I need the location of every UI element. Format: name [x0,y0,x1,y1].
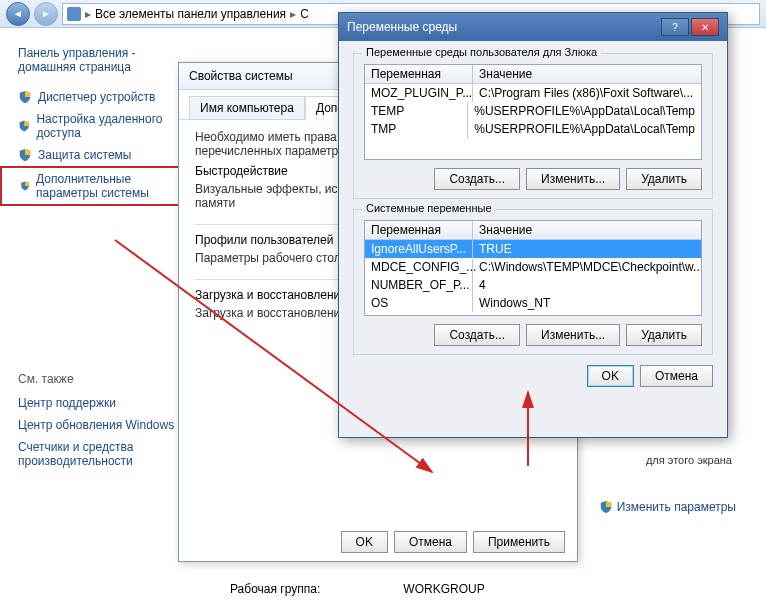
workgroup-value: WORKGROUP [403,582,484,596]
user-create-button[interactable]: Создать... [434,168,520,190]
breadcrumb-sep-icon: ▸ [290,7,296,21]
resolution-hint: для этого экрана [646,454,732,466]
close-button[interactable]: ✕ [691,18,719,36]
workgroup-label: Рабочая группа: [230,582,400,596]
link-perf-tools[interactable]: Счетчики и средства производительности [0,436,208,472]
env-body: Переменные среды пользователя для Злюка … [339,41,727,399]
cancel-button[interactable]: Отмена [394,531,467,553]
table-row[interactable]: MOZ_PLUGIN_P...C:\Program Files (x86)\Fo… [365,84,701,102]
user-delete-button[interactable]: Удалить [626,168,702,190]
col-value[interactable]: Значение [473,221,701,239]
sidebar-item-label: Защита системы [38,148,131,162]
shield-icon [18,90,32,104]
system-variables-table[interactable]: Переменная Значение IgnoreAllUsersP...TR… [364,220,702,316]
change-params-label: Изменить параметры [617,500,736,514]
cell-variable: OS [365,294,473,312]
env-ok-button[interactable]: OK [587,365,634,387]
table-row[interactable]: OSWindows_NT [365,294,701,312]
col-value[interactable]: Значение [473,65,701,83]
window-buttons: ? ✕ [661,18,719,36]
ok-button[interactable]: OK [341,531,388,553]
environment-variables-dialog: Переменные среды ? ✕ Переменные среды по… [338,12,728,438]
env-titlebar: Переменные среды ? ✕ [339,13,727,41]
sidebar-item-label: Диспетчер устройств [38,90,155,104]
table-row[interactable]: IgnoreAllUsersP...TRUE [365,240,701,258]
table-row[interactable]: NUMBER_OF_P...4 [365,276,701,294]
env-title: Переменные среды [347,20,661,34]
shield-icon [599,500,613,514]
cell-variable: IgnoreAllUsersP... [365,240,473,258]
nav-forward-button[interactable]: ► [34,2,58,26]
user-edit-button[interactable]: Изменить... [526,168,620,190]
table-header: Переменная Значение [365,65,701,84]
cell-variable: TMP [365,120,468,138]
cell-value: C:\Program Files (x86)\Foxit Software\..… [473,84,701,102]
breadcrumb-next: С [300,7,309,21]
dialog-footer: OK Отмена Применить [341,531,565,553]
cell-variable: MDCE_CONFIG_... [365,258,473,276]
sidebar-title[interactable]: Панель управления - домашняя страница [0,38,208,86]
cell-variable: TEMP [365,102,468,120]
help-button[interactable]: ? [661,18,689,36]
link-windows-update[interactable]: Центр обновления Windows [0,414,208,436]
col-variable[interactable]: Переменная [365,65,473,83]
cell-value: %USERPROFILE%\AppData\Local\Temp [468,102,701,120]
cell-value: Windows_NT [473,294,701,312]
sidebar-item-device-manager[interactable]: Диспетчер устройств [0,86,208,108]
breadcrumb-text: Все элементы панели управления [95,7,286,21]
system-variables-group: Системные переменные Переменная Значение… [353,209,713,355]
sys-edit-button[interactable]: Изменить... [526,324,620,346]
control-panel-icon [67,7,81,21]
shield-icon [18,119,30,133]
table-row[interactable]: TMP%USERPROFILE%\AppData\Local\Temp [365,120,701,138]
shield-icon [18,148,32,162]
table-row[interactable]: TEMP%USERPROFILE%\AppData\Local\Temp [365,102,701,120]
apply-button[interactable]: Применить [473,531,565,553]
shield-icon [20,179,30,193]
sidebar-item-protection[interactable]: Защита системы [0,144,208,166]
sys-create-button[interactable]: Создать... [434,324,520,346]
cell-value: %USERPROFILE%\AppData\Local\Temp [468,120,701,138]
cell-value: TRUE [473,240,701,258]
nav-back-button[interactable]: ◄ [6,2,30,26]
sys-group-title: Системные переменные [362,202,496,214]
sys-delete-button[interactable]: Удалить [626,324,702,346]
cell-value: 4 [473,276,701,294]
sidebar-item-advanced-system[interactable]: Дополнительные параметры системы [0,166,208,206]
cell-variable: MOZ_PLUGIN_P... [365,84,473,102]
breadcrumb-sep-icon: ▸ [85,7,91,21]
user-variables-table[interactable]: Переменная Значение MOZ_PLUGIN_P...C:\Pr… [364,64,702,160]
sidebar-item-label: Дополнительные параметры системы [36,172,188,200]
change-params-link[interactable]: Изменить параметры [599,500,736,514]
tab-computer-name[interactable]: Имя компьютера [189,96,305,119]
link-support-center[interactable]: Центр поддержки [0,392,208,414]
sidebar: Панель управления - домашняя страница Ди… [0,28,208,600]
table-header: Переменная Значение [365,221,701,240]
cell-value: C:\Windows\TEMP\MDCE\Checkpoint\w... [473,258,702,276]
workgroup-row: Рабочая группа: WORKGROUP [230,582,485,596]
user-group-title: Переменные среды пользователя для Злюка [362,46,601,58]
link-label: Центр обновления Windows [18,418,174,432]
see-also-label: См. также [0,366,208,392]
col-variable[interactable]: Переменная [365,221,473,239]
link-label: Центр поддержки [18,396,116,410]
env-cancel-button[interactable]: Отмена [640,365,713,387]
sidebar-item-remote[interactable]: Настройка удаленного доступа [0,108,208,144]
link-label: Счетчики и средства производительности [18,440,190,468]
table-row[interactable]: MDCE_CONFIG_...C:\Windows\TEMP\MDCE\Chec… [365,258,701,276]
sidebar-item-label: Настройка удаленного доступа [36,112,190,140]
user-variables-group: Переменные среды пользователя для Злюка … [353,53,713,199]
cell-variable: NUMBER_OF_P... [365,276,473,294]
